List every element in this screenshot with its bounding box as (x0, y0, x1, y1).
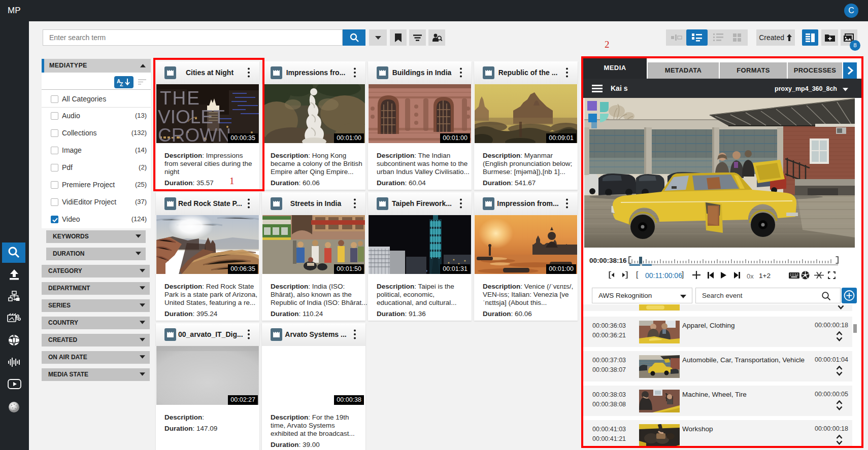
svg-text:Z: Z (120, 81, 123, 87)
